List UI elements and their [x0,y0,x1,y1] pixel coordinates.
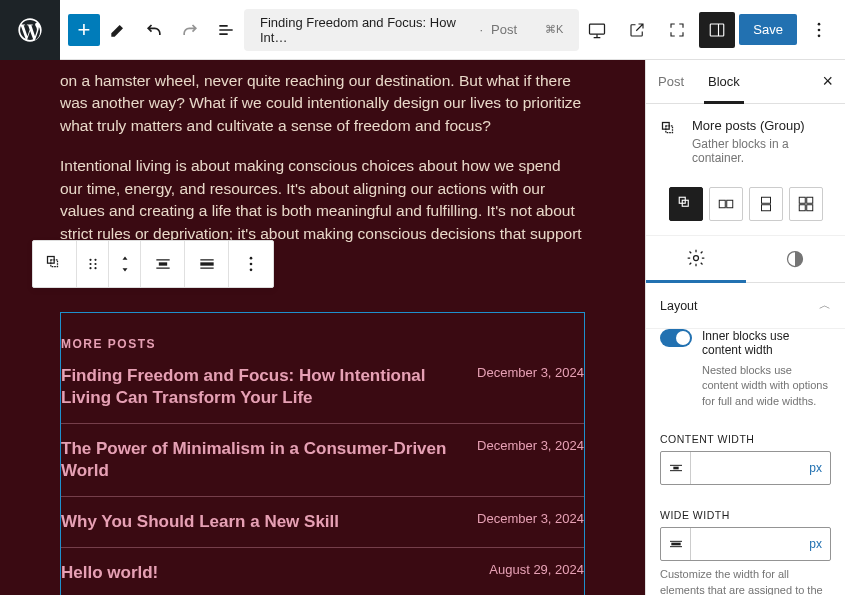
block-card: More posts (Group) Gather blocks in a co… [646,104,845,179]
svg-point-3 [818,22,821,25]
svg-point-4 [818,28,821,31]
content-width-input[interactable]: px [660,451,831,485]
variation-stack-icon[interactable] [749,187,783,221]
svg-rect-33 [673,467,678,470]
svg-point-16 [250,257,253,260]
tab-block[interactable]: Block [696,60,752,103]
svg-point-8 [89,259,91,261]
drag-handle-icon[interactable] [77,241,109,287]
move-arrows-icon[interactable] [109,241,141,287]
undo-icon[interactable] [136,12,172,48]
paragraph-block[interactable]: on a hamster wheel, never quite reaching… [60,70,585,137]
view-external-icon[interactable] [619,12,655,48]
svg-point-31 [693,256,698,261]
view-desktop-icon[interactable] [579,12,615,48]
close-sidebar-icon[interactable]: × [810,71,845,92]
svg-rect-25 [761,197,770,203]
block-toolbar [32,240,274,288]
save-button[interactable]: Save [739,14,797,45]
post-date: December 3, 2024 [477,365,584,382]
document-overview-icon[interactable] [208,12,244,48]
group-variations [646,179,845,236]
block-type-icon[interactable] [33,241,77,287]
svg-rect-34 [671,543,680,546]
variation-row-icon[interactable] [709,187,743,221]
toggle-help: Nested blocks use content width with opt… [702,363,831,409]
wide-width-input[interactable]: px [660,527,831,561]
width-help: Customize the width for all elements tha… [660,567,831,595]
post-row[interactable]: Finding Freedom and Focus: How Intention… [61,351,584,424]
edit-mode-icon[interactable] [100,12,136,48]
more-posts-heading[interactable]: MORE POSTS [61,337,584,351]
document-title-bar[interactable]: Finding Freedom and Focus: How Int… · Po… [244,9,579,51]
svg-point-5 [818,34,821,37]
svg-point-10 [89,263,91,265]
group-block-icon [660,120,680,140]
add-block-button[interactable]: + [68,14,100,46]
options-menu-icon[interactable] [801,12,837,48]
post-date: December 3, 2024 [477,438,584,455]
tab-post[interactable]: Post [646,60,696,103]
wordpress-logo[interactable] [0,0,60,60]
styles-tab-icon[interactable] [746,236,846,282]
post-title[interactable]: The Power of Minimalism in a Consumer-Dr… [61,438,461,482]
svg-point-18 [250,269,253,272]
content-width-field[interactable] [691,461,801,475]
block-card-desc: Gather blocks in a container. [692,137,831,165]
block-options-icon[interactable] [229,241,273,287]
svg-rect-15 [200,262,213,265]
content-width-label: CONTENT WIDTH [660,433,831,445]
settings-tab-icon[interactable] [646,236,746,283]
content-width-toggle[interactable] [660,329,692,347]
svg-point-12 [89,267,91,269]
svg-rect-27 [799,197,805,203]
post-title[interactable]: Hello world! [61,562,158,584]
post-list: Finding Freedom and Focus: How Intention… [61,351,584,595]
svg-rect-14 [158,262,166,265]
svg-rect-30 [806,205,812,211]
post-date: August 29, 2024 [489,562,584,579]
top-toolbar: + Finding Freedom and Focus: How Int… · … [0,0,845,60]
chevron-up-icon: ︿ [819,297,831,314]
selected-group-block[interactable]: MORE POSTS Finding Freedom and Focus: Ho… [60,312,585,595]
editor-canvas[interactable]: on a hamster wheel, never quite reaching… [0,60,645,595]
settings-sidebar: Post Block × More posts (Group) Gather b… [645,60,845,595]
align-wide-icon[interactable] [185,241,229,287]
width-indicator-icon [661,528,691,560]
redo-icon[interactable] [172,12,208,48]
variation-grid-icon[interactable] [789,187,823,221]
block-card-name: More posts (Group) [692,118,831,133]
post-row[interactable]: Why You Should Learn a New SkillDecember… [61,497,584,548]
svg-rect-1 [711,24,725,36]
svg-rect-28 [806,197,812,203]
layout-panel-header[interactable]: Layout ︿ [646,283,845,329]
post-row[interactable]: The Power of Minimalism in a Consumer-Dr… [61,424,584,497]
shortcut-hint: ⌘K [545,23,563,36]
svg-rect-29 [799,205,805,211]
width-indicator-icon [661,452,691,484]
svg-rect-0 [590,24,605,34]
svg-point-13 [94,267,96,269]
post-row[interactable]: Hello world!August 29, 2024 [61,548,584,595]
align-none-icon[interactable] [141,241,185,287]
svg-point-17 [250,263,253,266]
post-date: December 3, 2024 [477,511,584,528]
unit-label[interactable]: px [801,537,830,551]
document-title: Finding Freedom and Focus: How Int… [260,15,471,45]
svg-rect-23 [719,200,725,208]
fullscreen-icon[interactable] [659,12,695,48]
svg-rect-26 [761,205,770,211]
wide-width-field[interactable] [691,537,801,551]
svg-point-11 [94,263,96,265]
variation-group-icon[interactable] [669,187,703,221]
svg-point-9 [94,259,96,261]
post-title[interactable]: Why You Should Learn a New Skill [61,511,339,533]
unit-label[interactable]: px [801,461,830,475]
sidebar-tabs: Post Block × [646,60,845,104]
settings-panel-toggle[interactable] [699,12,735,48]
post-title[interactable]: Finding Freedom and Focus: How Intention… [61,365,461,409]
wide-width-label: WIDE WIDTH [660,509,831,521]
inspector-sub-tabs [646,236,845,283]
document-type: Post [491,22,517,37]
svg-rect-24 [726,200,732,208]
